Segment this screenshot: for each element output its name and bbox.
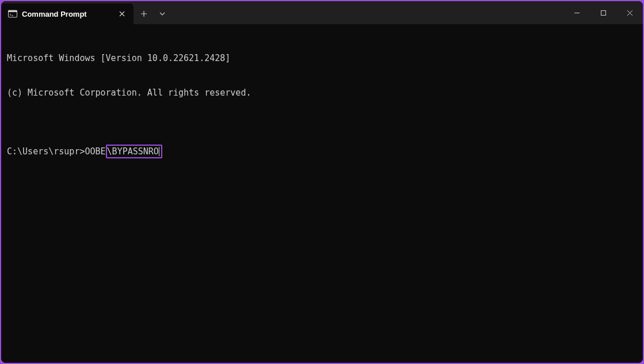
terminal-prompt-line: C:\Users\rsupr>OOBE\BYPASSNRO <box>7 146 637 157</box>
maximize-button[interactable] <box>590 1 616 24</box>
titlebar[interactable]: Command Prompt <box>1 1 643 24</box>
command-highlight: \BYPASSNRO <box>106 145 162 158</box>
command-prompt-icon <box>8 9 17 18</box>
terminal-body[interactable]: Microsoft Windows [Version 10.0.22621.24… <box>1 24 643 363</box>
new-tab-button[interactable] <box>134 3 154 24</box>
terminal-output-line: (c) Microsoft Corporation. All rights re… <box>7 87 637 98</box>
prompt-prefix: C:\Users\rsupr>OOBE <box>7 146 106 157</box>
svg-rect-1 <box>9 10 17 12</box>
command-text: \BYPASSNRO <box>107 146 159 157</box>
terminal-window: Command Prompt <box>1 1 643 363</box>
terminal-output-line: Microsoft Windows [Version 10.0.22621.24… <box>7 52 637 64</box>
window-controls <box>563 1 643 24</box>
text-cursor <box>159 147 159 156</box>
tab-command-prompt[interactable]: Command Prompt <box>1 3 134 24</box>
tab-dropdown-button[interactable] <box>154 3 170 24</box>
tab-title: Command Prompt <box>22 10 112 18</box>
svg-rect-8 <box>601 10 605 15</box>
tab-close-button[interactable] <box>116 8 128 20</box>
titlebar-drag-area[interactable] <box>170 1 563 24</box>
close-button[interactable] <box>616 1 643 24</box>
tabbar-buttons <box>134 3 170 24</box>
minimize-button[interactable] <box>563 1 590 24</box>
